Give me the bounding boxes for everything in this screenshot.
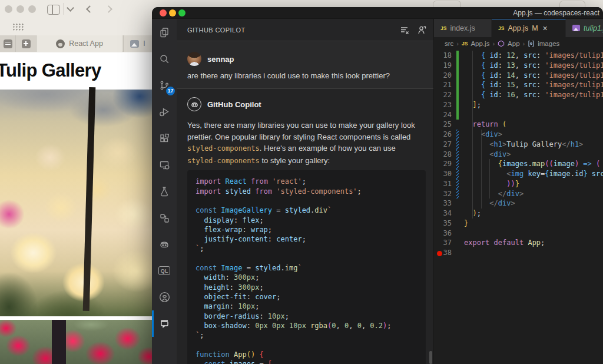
code-line: border-radius: 10px; xyxy=(196,312,418,321)
breakpoint-icon[interactable] xyxy=(437,251,442,256)
tab-tulip1[interactable]: tulip1.j xyxy=(566,19,603,37)
vscode-minimize-button[interactable] xyxy=(169,9,176,16)
browser-close-button[interactable] xyxy=(5,5,12,13)
copilot-chat-icon[interactable] xyxy=(152,310,177,337)
reader-favicon-icon xyxy=(4,39,12,48)
tab-index-js[interactable]: JS index.js xyxy=(434,19,492,37)
sidebar-toggle-icon[interactable] xyxy=(47,5,60,15)
vscode-zoom-button[interactable] xyxy=(178,9,185,16)
image-favicon-icon xyxy=(130,40,139,48)
explorer-icon[interactable] xyxy=(152,19,177,45)
code-line xyxy=(196,196,418,206)
tab-overview-grid-icon[interactable] xyxy=(12,23,24,31)
browser-page-content: Tulip Gallery xyxy=(0,52,152,364)
editor-line: 34 ); xyxy=(434,209,603,219)
editor-line: 21 { id: 15, src: 'images/tulip15 xyxy=(434,80,603,90)
report-person-icon[interactable] xyxy=(417,25,426,37)
editor-line: 38 xyxy=(434,248,603,258)
editor-line: 30 <img key={image.id} src= xyxy=(434,169,603,179)
code-line: height: 300px; xyxy=(196,283,418,292)
vscode-close-button[interactable] xyxy=(160,9,167,16)
breadcrumb-item[interactable]: src xyxy=(445,40,453,47)
breadcrumb-separator: › xyxy=(456,40,459,47)
chevron-down-icon[interactable] xyxy=(67,4,74,12)
chat-panel-header: GITHUB COPILOT xyxy=(177,19,433,41)
close-icon[interactable]: × xyxy=(543,24,548,33)
editor-line: 37export default App; xyxy=(434,238,603,248)
code-line xyxy=(196,254,418,263)
browser-zoom-button[interactable] xyxy=(28,5,36,13)
editor-line: 36 xyxy=(434,229,603,239)
pinned-tab-1[interactable] xyxy=(0,35,16,52)
code-line: import styled from 'styled-components'; xyxy=(196,187,418,196)
plus-favicon-icon xyxy=(22,39,31,48)
symbol-array-icon xyxy=(528,40,535,47)
extensions-icon[interactable] xyxy=(152,125,177,151)
editor-line: 35} xyxy=(434,219,603,229)
code-line: const ImageGallery = styled.div` xyxy=(196,206,418,215)
toolbar-divider xyxy=(63,3,64,15)
references-icon[interactable] xyxy=(152,204,177,231)
browser-ghost-tab-outline xyxy=(559,1,585,7)
breadcrumb-item[interactable]: App.js xyxy=(471,40,489,47)
chat-code-block[interactable]: import React from 'react';import styled … xyxy=(187,170,426,364)
chat-copilot-response: GitHub Copilot Yes, there are many libra… xyxy=(177,89,433,364)
back-icon[interactable] xyxy=(86,5,94,13)
breadcrumb[interactable]: src › JS App.js › App › images xyxy=(434,37,603,49)
breadcrumb-item[interactable]: images xyxy=(538,40,559,47)
tab-label: tulip1.j xyxy=(584,24,603,32)
tab-label: App.js xyxy=(508,24,528,32)
browser-tab-label: React App xyxy=(69,39,103,48)
vscode-titlebar[interactable]: App.js — codespaces-react xyxy=(152,7,603,19)
editor-line: 25 return ( xyxy=(434,120,603,130)
codeql-icon[interactable]: QL xyxy=(152,257,177,284)
user-name: sennap xyxy=(207,55,234,64)
chat-user-request: sennap are there any libraries i could u… xyxy=(177,41,433,89)
browser-ghost-tab-outline xyxy=(433,1,461,7)
testing-icon[interactable] xyxy=(152,178,177,204)
editor-line: 23 ]; xyxy=(434,100,603,110)
code-line: width: 300px; xyxy=(196,273,418,282)
editor-line: 31 ))} xyxy=(434,179,603,189)
editor-line: 28 <div> xyxy=(434,150,603,160)
inline-code: styled-components xyxy=(187,144,260,153)
photo-pole xyxy=(83,87,96,311)
code-line: margin: 10px; xyxy=(196,302,418,311)
tab-app-js[interactable]: JS App.js M × xyxy=(492,19,566,37)
copilot-avatar-icon xyxy=(187,97,201,111)
user-message: are there any libraries i could use to m… xyxy=(187,71,423,80)
source-control-icon[interactable]: 17 xyxy=(152,72,177,98)
browser-tab-react-app[interactable]: React App xyxy=(37,35,122,52)
code-line: `; xyxy=(196,244,418,253)
pinned-tab-2[interactable] xyxy=(16,35,37,52)
run-debug-icon[interactable] xyxy=(152,98,177,125)
tulip-photo-red xyxy=(0,320,152,364)
browser-minimize-button[interactable] xyxy=(16,5,24,13)
copilot-name: GitHub Copilot xyxy=(207,100,261,109)
tulip-photo-yellow xyxy=(0,90,152,316)
code-line: import React from 'react'; xyxy=(196,177,418,186)
browser-tab-image[interactable]: I xyxy=(123,35,152,52)
active-item-indicator xyxy=(152,310,154,337)
breadcrumb-item[interactable]: App xyxy=(508,40,519,47)
window-title: App.js — codespaces-react xyxy=(513,7,599,19)
copilot-answer-paragraph: Yes, there are many libraries you can us… xyxy=(187,120,423,167)
source-control-badge: 17 xyxy=(166,87,175,95)
editor-code-area[interactable]: 18 { id: 12, src: 'images/tulip1219 { id… xyxy=(434,51,603,364)
remote-explorer-icon[interactable] xyxy=(152,151,177,178)
editor-group: JS index.js JS App.js M × tulip1.j xyxy=(434,19,603,364)
modified-badge: M xyxy=(532,24,538,32)
github-icon[interactable] xyxy=(152,284,177,310)
editor-line: 32 </div> xyxy=(434,189,603,199)
panel-title: GITHUB COPILOT xyxy=(187,19,246,41)
editor-line: 26 <div> xyxy=(434,130,603,140)
chat-scrollbar-thumb[interactable] xyxy=(429,351,432,364)
copilot-icon[interactable] xyxy=(152,231,177,257)
editor-line: 24 xyxy=(434,110,603,120)
js-file-icon: JS xyxy=(440,25,446,31)
forward-icon[interactable] xyxy=(105,5,112,13)
editor-line: 19 { id: 13, src: 'images/tulip13 xyxy=(434,61,603,71)
editor-line: 20 { id: 14, src: 'images/tulip14 xyxy=(434,71,603,81)
search-icon[interactable] xyxy=(152,45,177,72)
clear-chat-icon[interactable] xyxy=(400,25,409,37)
